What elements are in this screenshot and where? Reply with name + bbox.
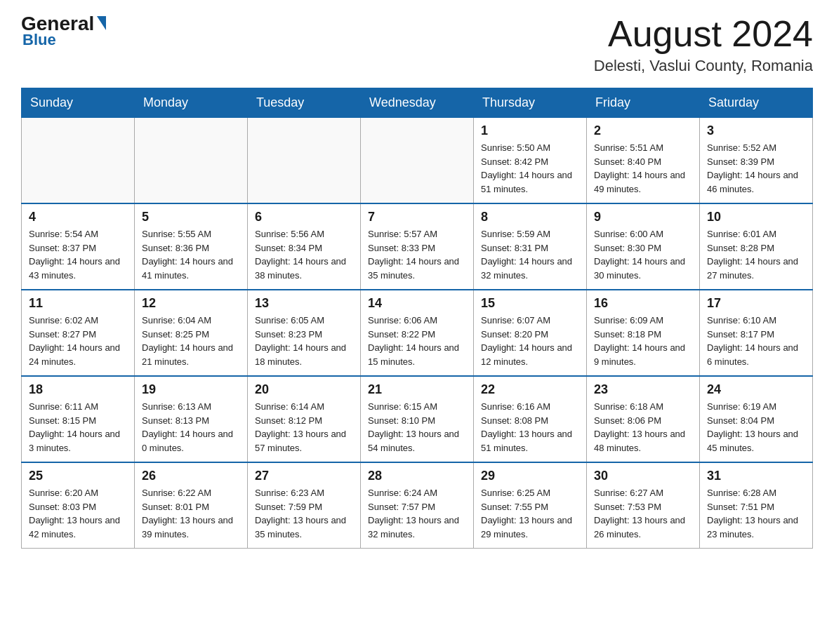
day-info: Sunrise: 6:11 AM Sunset: 8:15 PM Dayligh… — [29, 400, 127, 455]
col-header-saturday: Saturday — [700, 88, 813, 118]
day-cell: 7Sunrise: 5:57 AM Sunset: 8:33 PM Daylig… — [361, 203, 474, 290]
day-cell: 11Sunrise: 6:02 AM Sunset: 8:27 PM Dayli… — [22, 290, 135, 376]
day-info: Sunrise: 5:56 AM Sunset: 8:34 PM Dayligh… — [255, 227, 353, 282]
day-number: 3 — [707, 123, 805, 138]
day-info: Sunrise: 6:19 AM Sunset: 8:04 PM Dayligh… — [707, 400, 805, 455]
day-number: 24 — [707, 382, 805, 397]
day-cell: 30Sunrise: 6:27 AM Sunset: 7:53 PM Dayli… — [587, 462, 700, 549]
day-cell — [361, 118, 474, 204]
day-number: 26 — [142, 469, 240, 483]
day-number: 20 — [255, 382, 353, 397]
day-info: Sunrise: 6:13 AM Sunset: 8:13 PM Dayligh… — [142, 400, 240, 455]
week-row-1: 1Sunrise: 5:50 AM Sunset: 8:42 PM Daylig… — [22, 118, 813, 204]
location-subtitle: Delesti, Vaslui County, Romania — [594, 57, 813, 75]
title-area: August 2024 Delesti, Vaslui County, Roma… — [594, 14, 813, 75]
logo: General Blue — [21, 14, 106, 49]
day-info: Sunrise: 6:06 AM Sunset: 8:22 PM Dayligh… — [368, 314, 466, 368]
day-info: Sunrise: 6:15 AM Sunset: 8:10 PM Dayligh… — [368, 400, 466, 455]
day-info: Sunrise: 6:22 AM Sunset: 8:01 PM Dayligh… — [142, 486, 240, 541]
day-number: 7 — [368, 210, 466, 224]
day-info: Sunrise: 6:16 AM Sunset: 8:08 PM Dayligh… — [481, 400, 579, 455]
day-cell: 23Sunrise: 6:18 AM Sunset: 8:06 PM Dayli… — [587, 376, 700, 462]
week-row-2: 4Sunrise: 5:54 AM Sunset: 8:37 PM Daylig… — [22, 203, 813, 290]
day-info: Sunrise: 5:57 AM Sunset: 8:33 PM Dayligh… — [368, 227, 466, 282]
day-cell: 17Sunrise: 6:10 AM Sunset: 8:17 PM Dayli… — [700, 290, 813, 376]
day-info: Sunrise: 6:20 AM Sunset: 8:03 PM Dayligh… — [29, 486, 127, 541]
day-number: 19 — [142, 382, 240, 397]
day-cell: 8Sunrise: 5:59 AM Sunset: 8:31 PM Daylig… — [474, 203, 587, 290]
day-number: 4 — [29, 210, 127, 224]
day-number: 29 — [481, 469, 579, 483]
day-cell: 12Sunrise: 6:04 AM Sunset: 8:25 PM Dayli… — [135, 290, 248, 376]
logo-arrow-icon — [97, 16, 106, 30]
day-number: 2 — [594, 123, 692, 138]
day-info: Sunrise: 5:52 AM Sunset: 8:39 PM Dayligh… — [707, 141, 805, 196]
day-number: 5 — [142, 210, 240, 224]
day-cell: 15Sunrise: 6:07 AM Sunset: 8:20 PM Dayli… — [474, 290, 587, 376]
day-number: 12 — [142, 296, 240, 311]
day-cell: 29Sunrise: 6:25 AM Sunset: 7:55 PM Dayli… — [474, 462, 587, 549]
day-info: Sunrise: 5:54 AM Sunset: 8:37 PM Dayligh… — [29, 227, 127, 282]
day-cell: 25Sunrise: 6:20 AM Sunset: 8:03 PM Dayli… — [22, 462, 135, 549]
day-info: Sunrise: 6:01 AM Sunset: 8:28 PM Dayligh… — [707, 227, 805, 282]
day-info: Sunrise: 6:02 AM Sunset: 8:27 PM Dayligh… — [29, 314, 127, 368]
col-header-friday: Friday — [587, 88, 700, 118]
day-cell: 1Sunrise: 5:50 AM Sunset: 8:42 PM Daylig… — [474, 118, 587, 204]
day-cell: 18Sunrise: 6:11 AM Sunset: 8:15 PM Dayli… — [22, 376, 135, 462]
week-row-3: 11Sunrise: 6:02 AM Sunset: 8:27 PM Dayli… — [22, 290, 813, 376]
day-info: Sunrise: 6:07 AM Sunset: 8:20 PM Dayligh… — [481, 314, 579, 368]
day-cell: 2Sunrise: 5:51 AM Sunset: 8:40 PM Daylig… — [587, 118, 700, 204]
day-info: Sunrise: 6:18 AM Sunset: 8:06 PM Dayligh… — [594, 400, 692, 455]
day-cell: 10Sunrise: 6:01 AM Sunset: 8:28 PM Dayli… — [700, 203, 813, 290]
day-cell: 21Sunrise: 6:15 AM Sunset: 8:10 PM Dayli… — [361, 376, 474, 462]
day-info: Sunrise: 6:24 AM Sunset: 7:57 PM Dayligh… — [368, 486, 466, 541]
day-info: Sunrise: 5:59 AM Sunset: 8:31 PM Dayligh… — [481, 227, 579, 282]
day-number: 28 — [368, 469, 466, 483]
day-cell: 28Sunrise: 6:24 AM Sunset: 7:57 PM Dayli… — [361, 462, 474, 549]
day-cell — [22, 118, 135, 204]
day-number: 21 — [368, 382, 466, 397]
day-number: 15 — [481, 296, 579, 311]
day-info: Sunrise: 6:14 AM Sunset: 8:12 PM Dayligh… — [255, 400, 353, 455]
day-cell: 3Sunrise: 5:52 AM Sunset: 8:39 PM Daylig… — [700, 118, 813, 204]
col-header-monday: Monday — [135, 88, 248, 118]
day-number: 13 — [255, 296, 353, 311]
month-title: August 2024 — [594, 14, 813, 54]
day-info: Sunrise: 6:00 AM Sunset: 8:30 PM Dayligh… — [594, 227, 692, 282]
day-cell: 20Sunrise: 6:14 AM Sunset: 8:12 PM Dayli… — [248, 376, 361, 462]
day-info: Sunrise: 6:05 AM Sunset: 8:23 PM Dayligh… — [255, 314, 353, 368]
day-cell: 31Sunrise: 6:28 AM Sunset: 7:51 PM Dayli… — [700, 462, 813, 549]
day-number: 10 — [707, 210, 805, 224]
day-info: Sunrise: 6:27 AM Sunset: 7:53 PM Dayligh… — [594, 486, 692, 541]
day-cell: 27Sunrise: 6:23 AM Sunset: 7:59 PM Dayli… — [248, 462, 361, 549]
day-info: Sunrise: 6:28 AM Sunset: 7:51 PM Dayligh… — [707, 486, 805, 541]
day-cell — [135, 118, 248, 204]
day-number: 16 — [594, 296, 692, 311]
week-row-4: 18Sunrise: 6:11 AM Sunset: 8:15 PM Dayli… — [22, 376, 813, 462]
day-cell: 13Sunrise: 6:05 AM Sunset: 8:23 PM Dayli… — [248, 290, 361, 376]
day-number: 23 — [594, 382, 692, 397]
day-cell — [248, 118, 361, 204]
day-cell: 14Sunrise: 6:06 AM Sunset: 8:22 PM Dayli… — [361, 290, 474, 376]
col-header-sunday: Sunday — [22, 88, 135, 118]
day-info: Sunrise: 6:09 AM Sunset: 8:18 PM Dayligh… — [594, 314, 692, 368]
day-number: 30 — [594, 469, 692, 483]
day-cell: 5Sunrise: 5:55 AM Sunset: 8:36 PM Daylig… — [135, 203, 248, 290]
day-cell: 22Sunrise: 6:16 AM Sunset: 8:08 PM Dayli… — [474, 376, 587, 462]
day-cell: 9Sunrise: 6:00 AM Sunset: 8:30 PM Daylig… — [587, 203, 700, 290]
day-cell: 19Sunrise: 6:13 AM Sunset: 8:13 PM Dayli… — [135, 376, 248, 462]
day-number: 25 — [29, 469, 127, 483]
day-info: Sunrise: 6:10 AM Sunset: 8:17 PM Dayligh… — [707, 314, 805, 368]
day-info: Sunrise: 6:04 AM Sunset: 8:25 PM Dayligh… — [142, 314, 240, 368]
day-info: Sunrise: 6:23 AM Sunset: 7:59 PM Dayligh… — [255, 486, 353, 541]
calendar-header-row: SundayMondayTuesdayWednesdayThursdayFrid… — [22, 88, 813, 118]
header: General Blue August 2024 Delesti, Vaslui… — [21, 14, 813, 75]
day-cell: 24Sunrise: 6:19 AM Sunset: 8:04 PM Dayli… — [700, 376, 813, 462]
day-number: 17 — [707, 296, 805, 311]
logo-blue-text: Blue — [22, 31, 56, 49]
day-cell: 16Sunrise: 6:09 AM Sunset: 8:18 PM Dayli… — [587, 290, 700, 376]
day-number: 18 — [29, 382, 127, 397]
day-number: 9 — [594, 210, 692, 224]
col-header-wednesday: Wednesday — [361, 88, 474, 118]
day-info: Sunrise: 5:50 AM Sunset: 8:42 PM Dayligh… — [481, 141, 579, 196]
